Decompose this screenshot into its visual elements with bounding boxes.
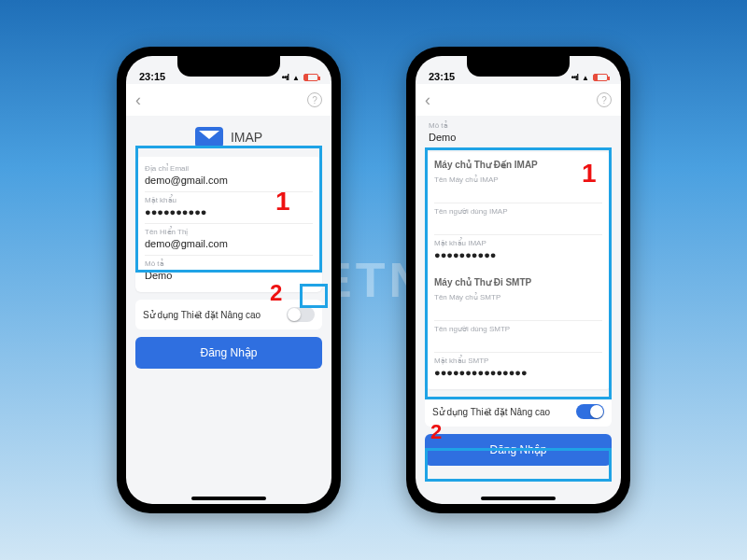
imap-user-field[interactable]: Tên người dùng IMAP	[434, 203, 602, 235]
wifi-icon	[292, 73, 300, 82]
nav-row: ‹ ?	[416, 84, 621, 116]
login-button[interactable]: Đăng Nhập	[425, 434, 612, 466]
notch	[177, 56, 280, 77]
login-button[interactable]: Đăng Nhập	[135, 337, 322, 369]
smtp-host-field[interactable]: Tên Máy chủ SMTP	[434, 289, 602, 321]
displayname-value: demo@gmail.com	[145, 238, 313, 249]
imap-host-label: Tên Máy chủ IMAP	[434, 175, 602, 184]
displayname-label: Tên Hiển Thị	[145, 228, 313, 236]
signal-icon	[571, 73, 578, 82]
smtp-user-label: Tên người dùng SMTP	[434, 325, 602, 333]
description-label: Mô tả	[145, 259, 313, 268]
email-value: demo@gmail.com	[145, 175, 313, 186]
password-field[interactable]: Mật khẩu ●●●●●●●●●●	[145, 192, 313, 224]
displayname-field[interactable]: Tên Hiển Thị demo@gmail.com	[145, 224, 313, 256]
description-value: Demo	[145, 270, 313, 281]
help-button[interactable]: ?	[597, 92, 612, 107]
imap-pass-label: Mật khẩu IMAP	[434, 239, 602, 247]
description-field[interactable]: Mô tả Demo	[145, 256, 313, 287]
description-label: Mô tả	[429, 121, 608, 130]
advanced-toggle-row: Sử dụng Thiết đặt Nâng cao	[425, 397, 612, 427]
credentials-card: Địa chỉ Email demo@gmail.com Mật khẩu ●●…	[135, 157, 322, 292]
back-button[interactable]: ‹	[425, 91, 430, 110]
mail-icon	[195, 127, 223, 147]
wifi-icon	[582, 73, 589, 82]
notch	[467, 56, 570, 77]
advanced-label: Sử dụng Thiết đặt Nâng cao	[143, 310, 261, 320]
brand-label: IMAP	[231, 130, 262, 145]
help-button[interactable]: ?	[307, 92, 322, 107]
imap-host-field[interactable]: Tên Máy chủ IMAP	[434, 172, 602, 203]
signal-icon	[282, 73, 289, 82]
status-time: 23:15	[429, 71, 455, 82]
email-field[interactable]: Địa chỉ Email demo@gmail.com	[145, 161, 313, 192]
imap-card: Máy chủ Thư Đến IMAP Tên Máy chủ IMAP Tê…	[425, 152, 612, 389]
imap-pass-value: ●●●●●●●●●●	[434, 249, 602, 260]
smtp-pass-value: ●●●●●●●●●●●●●●●	[434, 367, 602, 378]
advanced-toggle-row: Sử dụng Thiết đặt Nâng cao	[135, 300, 322, 329]
smtp-pass-label: Mật khẩu SMTP	[434, 357, 602, 365]
home-indicator	[481, 497, 556, 500]
status-time: 23:15	[139, 71, 165, 82]
imap-pass-field[interactable]: Mật khẩu IMAP ●●●●●●●●●●	[434, 235, 602, 266]
battery-icon	[303, 74, 318, 81]
battery-icon	[593, 74, 608, 81]
email-label: Địa chỉ Email	[145, 164, 313, 173]
smtp-section-header: Máy chủ Thư Đi SMTP	[425, 270, 612, 289]
home-indicator	[191, 497, 266, 500]
smtp-user-field[interactable]: Tên người dùng SMTP	[434, 321, 602, 353]
smtp-host-label: Tên Máy chủ SMTP	[434, 293, 602, 301]
imap-section-header: Máy chủ Thư Đến IMAP	[425, 152, 612, 172]
phone-right: 23:15 ‹ ? Mô tả Demo Máy chủ Thư Đến IMA…	[406, 47, 630, 513]
advanced-toggle[interactable]	[576, 404, 604, 419]
password-label: Mật khẩu	[145, 196, 313, 204]
phone-left: 23:15 ‹ ? IMAP Địa chỉ Email demo@gmail.…	[117, 47, 341, 513]
back-button[interactable]: ‹	[135, 91, 141, 110]
password-value: ●●●●●●●●●●	[145, 206, 313, 217]
nav-row: ‹ ?	[126, 84, 331, 116]
smtp-pass-field[interactable]: Mật khẩu SMTP ●●●●●●●●●●●●●●●	[434, 353, 602, 384]
imap-user-label: Tên người dùng IMAP	[434, 207, 602, 216]
description-value: Demo	[429, 132, 608, 143]
advanced-toggle[interactable]	[287, 307, 315, 322]
brand-row: IMAP	[135, 127, 322, 147]
advanced-label: Sử dụng Thiết đặt Nâng cao	[432, 407, 550, 417]
